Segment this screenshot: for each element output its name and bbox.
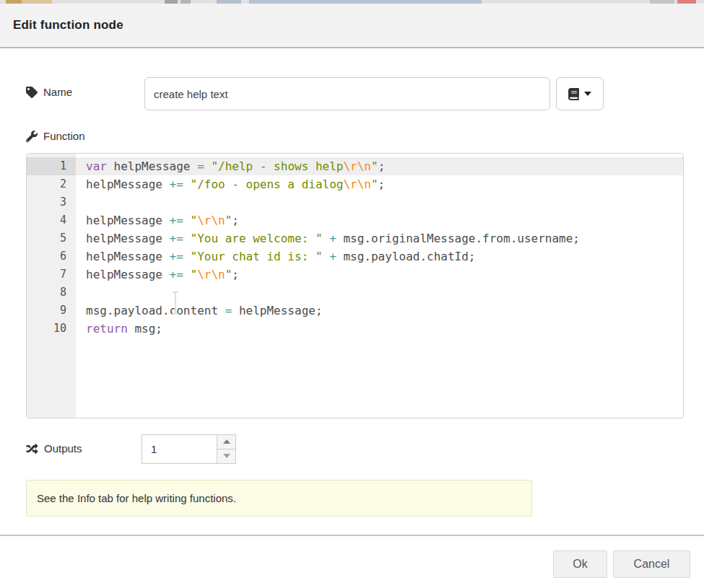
edit-function-dialog: Edit function node Name Function 1234567… [0,0,704,588]
book-icon [568,88,579,100]
code-line[interactable] [76,284,683,302]
caret-down-icon [584,92,591,96]
info-tip-text: See the Info tab for help writing functi… [37,492,236,504]
footer-divider [0,535,704,536]
editor-gutter: 12345678910 [27,154,76,418]
outputs-label: Outputs [26,442,82,455]
line-number: 10 [27,320,76,338]
line-number: 7 [27,266,76,284]
code-line[interactable]: helpMessage += "Your chat id is: " + msg… [76,247,683,266]
spinner-down-button[interactable] [217,449,235,464]
code-line[interactable]: return msg; [76,320,683,338]
arrow-up-icon [223,439,230,444]
function-code-editor[interactable]: 12345678910 var helpMessage = "/help - s… [26,153,684,418]
code-line[interactable]: helpMessage += "You are welcome: " + msg… [76,229,683,247]
function-label: Function [26,130,85,142]
code-line[interactable]: helpMessage += "\r\n"; [76,211,683,229]
spinner-buttons [217,435,235,463]
code-line[interactable]: var helpMessage = "/help - shows help\r\… [76,157,683,175]
line-number: 6 [27,247,76,266]
line-number: 2 [27,175,76,193]
cancel-button[interactable]: Cancel [613,550,690,578]
dialog-title: Edit function node [0,18,123,32]
function-label-text: Function [43,130,85,142]
line-number: 4 [27,211,76,229]
outputs-input[interactable] [142,435,217,463]
outputs-spinner [142,434,236,464]
line-number: 8 [27,284,76,302]
library-button[interactable] [556,77,604,110]
editor-code[interactable]: var helpMessage = "/help - shows help\r\… [76,154,683,418]
line-number: 9 [27,302,76,320]
info-tip: See the Info tab for help writing functi… [26,480,532,517]
name-label: Name [26,86,72,98]
name-label-text: Name [43,86,72,98]
shuffle-icon [26,443,38,455]
ok-button[interactable]: Ok [553,550,607,578]
spinner-up-button[interactable] [217,435,235,449]
arrow-down-icon [223,454,230,458]
code-line[interactable]: msg.payload.content = helpMessage; [76,302,683,320]
code-line[interactable]: helpMessage += "/foo - opens a dialog\r\… [76,175,683,193]
line-number: 1 [27,157,76,175]
code-line[interactable] [76,193,683,211]
name-input[interactable] [144,77,550,110]
code-line[interactable]: helpMessage += "\r\n"; [76,266,683,284]
wrench-icon [26,131,38,142]
dialog-header: Edit function node [0,4,704,48]
outputs-label-text: Outputs [44,442,82,455]
line-number: 5 [27,229,76,247]
tag-icon [26,87,38,98]
line-number: 3 [27,193,76,211]
